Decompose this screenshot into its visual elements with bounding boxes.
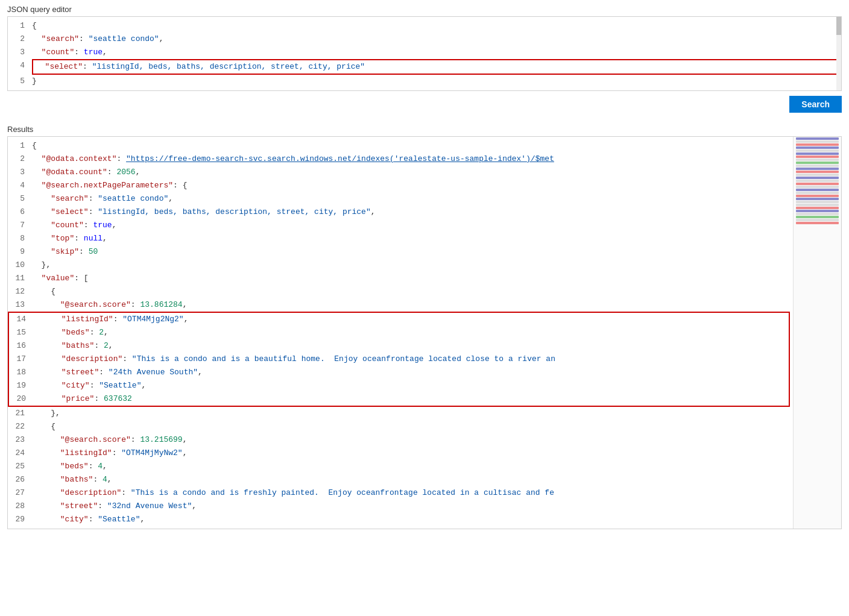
rline-content-20: "price": 637632 [33, 392, 789, 406]
rline-num-19: 19 [9, 379, 33, 392]
result-line-25: 25 "beds": 4, [8, 460, 790, 473]
rline-num-23: 23 [8, 433, 32, 447]
minimap-line [796, 152, 839, 155]
minimap-line [796, 204, 839, 206]
rline-num-9: 9 [8, 245, 32, 259]
minimap-line [796, 207, 839, 209]
line-content-2: "search": "seattle condo", [32, 33, 841, 46]
rline-content-2: "@odata.context": "https://free-demo-sea… [32, 152, 790, 166]
result-line-10: 10 }, [8, 259, 790, 272]
result-line-9: 9 "skip": 50 [8, 245, 790, 259]
rline-content-16: "baths": 2, [33, 339, 789, 353]
rline-content-26: "baths": 4, [32, 473, 790, 486]
rline-num-17: 17 [9, 353, 33, 366]
result-line-28: 28 "street": "32nd Avenue West", [8, 500, 790, 513]
minimap-line [796, 195, 839, 197]
editor-code-area: 1 { 2 "search": "seattle condo", 3 "coun… [8, 17, 841, 90]
rline-num-27: 27 [8, 486, 32, 500]
rline-content-9: "skip": 50 [32, 245, 790, 259]
rline-num-13: 13 [8, 298, 32, 312]
results-editor-container[interactable]: 1 { 2 "@odata.context": "https://free-de… [7, 136, 842, 529]
rline-num-28: 28 [8, 500, 32, 513]
rline-content-28: "street": "32nd Avenue West", [32, 500, 790, 513]
minimap-line [796, 201, 839, 203]
rline-num-6: 6 [8, 206, 32, 219]
minimap-line [796, 146, 839, 149]
result-highlight-box: 14 "listingId": "OTM4Mjg2Ng2", 15 "beds"… [8, 312, 790, 407]
editor-line-1: 1 { [8, 19, 841, 33]
result-line-26: 26 "baths": 4, [8, 473, 790, 486]
rline-content-21: }, [32, 407, 790, 420]
result-line-24: 24 "listingId": "OTM4MjMyNw2", [8, 447, 790, 460]
result-line-20: 20 "price": 637632 [9, 392, 789, 406]
rline-num-20: 20 [9, 392, 33, 406]
rline-content-8: "top": null, [32, 232, 790, 245]
rline-num-18: 18 [9, 366, 33, 379]
minimap-line [796, 216, 839, 218]
rline-content-29: "city": "Seattle", [32, 513, 790, 526]
result-line-27: 27 "description": "This is a condo and i… [8, 486, 790, 500]
result-line-3: 3 "@odata.count": 2056, [8, 166, 790, 179]
minimap-line [796, 168, 839, 170]
rline-content-27: "description": "This is a condo and is f… [32, 486, 790, 500]
line-num-4: 4 [8, 59, 32, 72]
rline-content-4: "@search.nextPageParameters": { [32, 179, 790, 192]
rline-content-5: "search": "seattle condo", [32, 192, 790, 206]
result-line-22: 22 { [8, 420, 790, 433]
rline-content-6: "select": "listingId, beds, baths, descr… [32, 206, 790, 219]
minimap-line [796, 213, 839, 215]
rline-content-23: "@search.score": 13.215699, [32, 433, 790, 447]
result-line-17: 17 "description": "This is a condo and i… [9, 353, 789, 366]
editor-title: JSON query editor [0, 0, 849, 16]
search-button-row: Search [0, 91, 849, 118]
rline-num-12: 12 [8, 285, 32, 298]
rline-num-14: 14 [9, 313, 33, 326]
line-content-1: { [32, 19, 841, 33]
rline-num-7: 7 [8, 219, 32, 232]
editor-scrollbar-thumb [836, 17, 841, 35]
rline-content-18: "street": "24th Avenue South", [33, 366, 789, 379]
results-minimap [793, 137, 841, 529]
minimap-line [796, 159, 839, 161]
minimap-line [796, 165, 839, 167]
rline-num-10: 10 [8, 259, 32, 272]
rline-content-12: { [32, 285, 790, 298]
minimap-line [796, 183, 839, 185]
rline-num-22: 22 [8, 420, 32, 433]
results-title: Results [0, 120, 849, 136]
search-button[interactable]: Search [789, 96, 842, 113]
line-num-2: 2 [8, 33, 32, 46]
rline-content-25: "beds": 4, [32, 460, 790, 473]
rline-content-14: "listingId": "OTM4Mjg2Ng2", [33, 313, 789, 326]
rline-content-15: "beds": 2, [33, 326, 789, 339]
line-num-3: 3 [8, 46, 32, 59]
rline-content-24: "listingId": "OTM4MjMyNw2", [32, 447, 790, 460]
minimap-line [796, 156, 839, 158]
rline-num-21: 21 [8, 407, 32, 420]
rline-num-5: 5 [8, 192, 32, 206]
rline-num-16: 16 [9, 339, 33, 353]
result-line-14: 14 "listingId": "OTM4Mjg2Ng2", [9, 313, 789, 326]
rline-content-3: "@odata.count": 2056, [32, 166, 790, 179]
result-line-6: 6 "select": "listingId, beds, baths, des… [8, 206, 790, 219]
rline-content-17: "description": "This is a condo and is a… [33, 353, 789, 366]
result-line-21: 21 }, [8, 407, 790, 420]
results-section: Results 1 { 2 "@odata.context": "https:/… [0, 120, 849, 529]
result-line-4: 4 "@search.nextPageParameters": { [8, 179, 790, 192]
rline-num-15: 15 [9, 326, 33, 339]
line-content-3: "count": true, [32, 46, 841, 59]
result-line-7: 7 "count": true, [8, 219, 790, 232]
result-line-13: 13 "@search.score": 13.861284, [8, 298, 790, 312]
result-line-1: 1 { [8, 139, 790, 152]
rline-content-11: "value": [ [32, 272, 790, 285]
minimap-line [796, 222, 839, 224]
minimap-line [796, 189, 839, 191]
editor-container[interactable]: 1 { 2 "search": "seattle condo", 3 "coun… [7, 16, 842, 91]
rline-content-13: "@search.score": 13.861284, [32, 298, 790, 312]
results-code-area: 1 { 2 "@odata.context": "https://free-de… [8, 137, 841, 529]
rline-num-4: 4 [8, 179, 32, 192]
minimap-line [796, 162, 839, 164]
rline-num-25: 25 [8, 460, 32, 473]
rline-num-26: 26 [8, 473, 32, 486]
editor-scrollbar[interactable] [836, 17, 841, 90]
